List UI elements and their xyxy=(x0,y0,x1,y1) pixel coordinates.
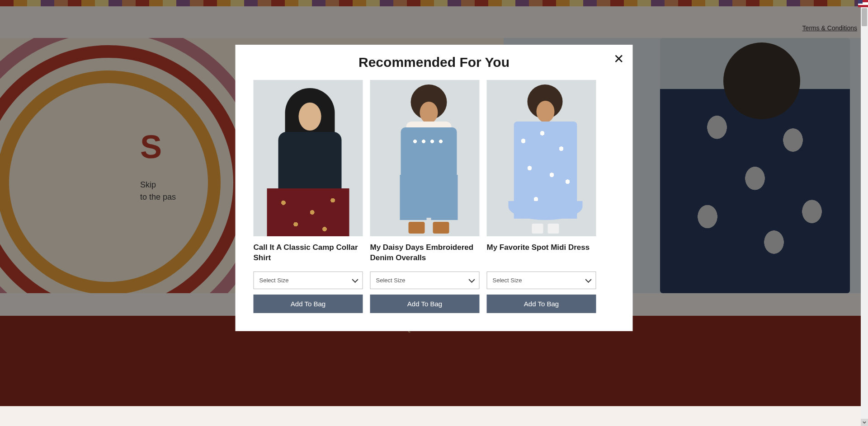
size-select-wrap: Select Size xyxy=(254,272,363,289)
product-image[interactable] xyxy=(487,80,596,236)
product-image[interactable] xyxy=(254,80,363,236)
product-image[interactable] xyxy=(370,80,480,236)
size-select-wrap: Select Size xyxy=(487,272,596,289)
flag-icon[interactable] xyxy=(858,0,868,7)
product-card: My Favorite Spot Midi Dress Select Size … xyxy=(487,80,596,313)
product-card: Call It A Classic Camp Collar Shirt Sele… xyxy=(254,80,363,313)
add-to-bag-button[interactable]: Add To Bag xyxy=(487,295,596,313)
add-to-bag-button[interactable]: Add To Bag xyxy=(254,295,363,313)
size-select[interactable]: Select Size xyxy=(254,272,363,289)
add-to-bag-button[interactable]: Add To Bag xyxy=(370,295,480,313)
scrollbar-track[interactable] xyxy=(861,0,868,426)
product-name[interactable]: My Daisy Days Embroidered Denim Overalls xyxy=(370,243,480,263)
product-name[interactable]: Call It A Classic Camp Collar Shirt xyxy=(254,243,363,263)
size-select-wrap: Select Size xyxy=(370,272,480,289)
product-name[interactable]: My Favorite Spot Midi Dress xyxy=(487,243,596,263)
scroll-down-button[interactable] xyxy=(861,419,868,426)
recommendations-modal: ✕ Recommended For You Call It A Classic … xyxy=(236,45,633,331)
close-button[interactable]: ✕ xyxy=(613,53,624,66)
scrollbar-thumb[interactable] xyxy=(862,8,867,26)
product-grid: Call It A Classic Camp Collar Shirt Sele… xyxy=(254,80,615,313)
size-select[interactable]: Select Size xyxy=(370,272,480,289)
product-card: My Daisy Days Embroidered Denim Overalls… xyxy=(370,80,480,313)
modal-title: Recommended For You xyxy=(254,55,615,70)
size-select[interactable]: Select Size xyxy=(487,272,596,289)
